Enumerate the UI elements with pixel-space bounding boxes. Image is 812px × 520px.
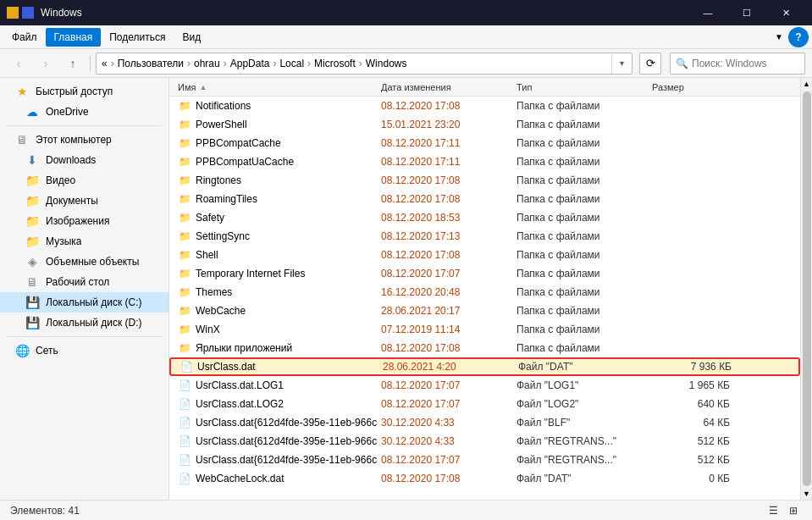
file-date: 15.01.2021 23:20 xyxy=(378,119,513,130)
video-icon: 📁 xyxy=(24,174,41,187)
table-row[interactable]: 📄 UsrClass.dat{612d4fde-395e-11eb-966c-7… xyxy=(169,451,800,469)
sidebar-item-images[interactable]: 📁 Изображения xyxy=(0,211,168,231)
address-part-appdata: AppData xyxy=(230,58,270,69)
scroll-down[interactable]: ▼ xyxy=(801,488,813,500)
scrollbar[interactable]: ▲ ▼ xyxy=(800,78,812,500)
col-size[interactable]: Размер xyxy=(649,82,733,92)
list-view-button[interactable]: ☰ xyxy=(765,502,782,519)
sidebar-item-onedrive[interactable]: ☁ OneDrive xyxy=(0,102,168,122)
table-row[interactable]: 📁 Notifications 08.12.2020 17:08 Папка с… xyxy=(169,97,800,115)
minimize-button[interactable]: — xyxy=(688,0,727,25)
table-row[interactable]: 📄 WebCacheLock.dat 08.12.2020 17:08 Файл… xyxy=(169,469,800,488)
file-type: Файл "LOG1" xyxy=(513,379,649,391)
table-row[interactable]: 📁 Shell 08.12.2020 17:08 Папка с файлами xyxy=(169,246,800,264)
table-row[interactable]: 📄 UsrClass.dat.LOG2 08.12.2020 17:07 Фай… xyxy=(169,395,800,413)
address-dropdown[interactable]: ▾ xyxy=(611,53,632,75)
close-button[interactable]: ✕ xyxy=(766,0,805,25)
refresh-button[interactable]: ⟳ xyxy=(639,53,661,75)
sidebar-item-drive-c[interactable]: 💾 Локальный диск (C:) xyxy=(0,292,168,313)
col-date[interactable]: Дата изменения xyxy=(378,82,513,92)
file-type: Папка с файлами xyxy=(513,342,649,354)
forward-button[interactable]: › xyxy=(34,52,58,75)
table-row[interactable]: 📁 WinX 07.12.2019 11:14 Папка с файлами xyxy=(169,320,800,339)
table-row[interactable]: 📁 WebCache 28.06.2021 20:17 Папка с файл… xyxy=(169,301,800,320)
address-part-microsoft: Microsoft xyxy=(314,58,356,69)
file-icon: 📄 xyxy=(178,397,191,411)
table-row[interactable]: 📁 Safety 08.12.2020 18:53 Папка с файлам… xyxy=(169,208,800,227)
music-icon: 📁 xyxy=(24,235,41,248)
file-name: 📁 Shell xyxy=(174,248,378,262)
item-count: Элементов: 41 xyxy=(10,505,80,517)
file-column-headers: Имя ▲ Дата изменения Тип Размер xyxy=(169,78,800,97)
file-type: Папка с файлами xyxy=(513,193,649,205)
scroll-thumb[interactable] xyxy=(803,91,811,486)
network-icon: 🌐 xyxy=(14,344,30,357)
file-name: 📁 WebCache xyxy=(174,304,378,318)
sidebar-item-music[interactable]: 📁 Музыка xyxy=(0,231,168,252)
col-name[interactable]: Имя ▲ xyxy=(174,82,378,92)
table-row[interactable]: 📁 RoamingTiles 08.12.2020 17:08 Папка с … xyxy=(169,190,800,208)
sidebar-item-downloads[interactable]: ⬇ Downloads xyxy=(0,150,168,170)
table-row[interactable]: 📁 PowerShell 15.01.2021 23:20 Папка с фа… xyxy=(169,115,800,134)
sidebar-item-quick-access[interactable]: ★ Быстрый доступ xyxy=(0,81,168,102)
table-row[interactable]: 📁 Ringtones 08.12.2020 17:08 Папка с фай… xyxy=(169,171,800,190)
file-name: 📁 Ringtones xyxy=(174,174,378,187)
ribbon-toggle[interactable]: ▼ xyxy=(775,32,783,41)
table-row[interactable]: 📁 PPBCompatUaCache 08.12.2020 17:11 Папк… xyxy=(169,152,800,171)
menubar-right: ▼ ? xyxy=(771,27,809,47)
menu-share[interactable]: Поделиться xyxy=(101,28,174,47)
table-row[interactable]: 📄 UsrClass.dat{612d4fde-395e-11eb-966c-7… xyxy=(169,413,800,432)
menu-home[interactable]: Главная xyxy=(46,28,102,47)
sidebar-item-documents[interactable]: 📁 Документы xyxy=(0,191,168,211)
folder-icon: 📁 xyxy=(178,211,191,224)
table-row[interactable]: 📁 Ярлыки приложений 08.12.2020 17:08 Пап… xyxy=(169,339,800,357)
sidebar-item-drive-d[interactable]: 💾 Локальный диск (D:) xyxy=(0,313,168,333)
folder-icon: 📁 xyxy=(178,99,191,113)
folder-icon: 📁 xyxy=(178,155,191,169)
back-button[interactable]: ‹ xyxy=(7,52,30,75)
menu-file[interactable]: Файл xyxy=(3,28,46,47)
titlebar: Windows — ☐ ✕ xyxy=(0,0,812,25)
search-input[interactable] xyxy=(692,58,799,69)
up-button[interactable]: ↑ xyxy=(61,52,85,75)
file-name: 📄 UsrClass.dat{612d4fde-395e-11eb-966c-7… xyxy=(174,434,378,448)
file-type: Папка с файлами xyxy=(513,305,649,317)
file-size: 7 936 КБ xyxy=(650,361,735,373)
sidebar-item-video[interactable]: 📁 Видео xyxy=(0,170,168,191)
file-date: 08.12.2020 17:08 xyxy=(378,193,513,205)
titlebar-controls: — ☐ ✕ xyxy=(688,0,805,25)
file-type: Папка с файлами xyxy=(513,100,649,112)
help-button[interactable]: ? xyxy=(788,27,809,47)
scroll-up[interactable]: ▲ xyxy=(801,78,813,90)
table-row[interactable]: 📄 UsrClass.dat 28.06.2021 4:20 Файл "DAT… xyxy=(169,357,800,376)
file-name: 📁 Notifications xyxy=(174,99,378,113)
sidebar-item-3d[interactable]: ◈ Объемные объекты xyxy=(0,252,168,272)
menu-view[interactable]: Вид xyxy=(174,28,209,47)
folder-icon-yellow xyxy=(7,7,19,19)
table-row[interactable]: 📁 Themes 16.12.2020 20:48 Папка с файлам… xyxy=(169,283,800,301)
toolbar: ‹ › ↑ « › Пользователи › ohrau › AppData… xyxy=(0,49,812,78)
sidebar-item-desktop[interactable]: 🖥 Рабочий стол xyxy=(0,272,168,292)
table-row[interactable]: 📄 UsrClass.dat{612d4fde-395e-11eb-966c-7… xyxy=(169,432,800,451)
table-row[interactable]: 📁 Temporary Internet Files 08.12.2020 17… xyxy=(169,264,800,283)
table-row[interactable]: 📁 SettingSync 08.12.2020 17:13 Папка с ф… xyxy=(169,227,800,246)
folder-icon: 📁 xyxy=(178,248,191,262)
file-date: 08.12.2020 17:08 xyxy=(378,174,513,186)
grid-view-button[interactable]: ⊞ xyxy=(785,502,802,519)
address-bar[interactable]: « › Пользователи › ohrau › AppData › Loc… xyxy=(96,53,632,75)
sidebar-item-network[interactable]: 🌐 Сеть xyxy=(0,340,168,361)
statusbar: Элементов: 41 ☰ ⊞ xyxy=(0,500,812,520)
cloud-icon: ☁ xyxy=(24,105,41,119)
view-controls: ☰ ⊞ xyxy=(765,502,802,519)
table-row[interactable]: 📁 PPBCompatCache 08.12.2020 17:11 Папка … xyxy=(169,134,800,152)
col-type[interactable]: Тип xyxy=(513,82,649,92)
maximize-button[interactable]: ☐ xyxy=(727,0,766,25)
search-icon: 🔍 xyxy=(676,58,688,69)
file-date: 08.12.2020 17:07 xyxy=(378,398,513,410)
table-row[interactable]: 📄 UsrClass.dat.LOG1 08.12.2020 17:07 Фай… xyxy=(169,376,800,395)
search-box[interactable]: 🔍 xyxy=(670,53,805,75)
sidebar-item-this-pc[interactable]: 🖥 Этот компьютер xyxy=(0,130,168,150)
folder-icon-blue xyxy=(22,7,34,19)
window-title: Windows xyxy=(41,7,688,19)
file-date: 16.12.2020 20:48 xyxy=(378,286,513,298)
